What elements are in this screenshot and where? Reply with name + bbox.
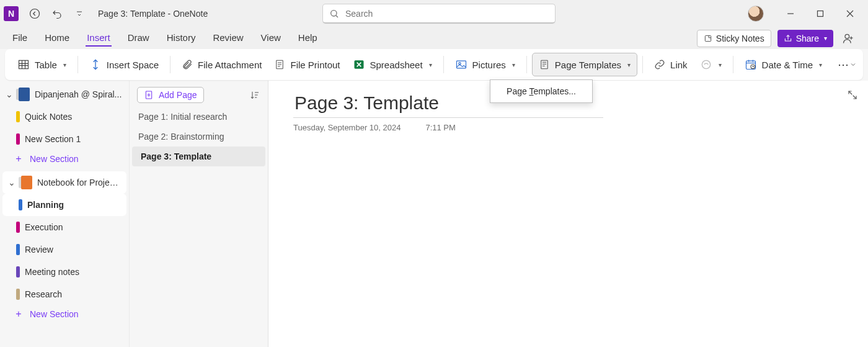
section-label: Research <box>25 289 62 299</box>
window-title: Page 3: Template - OneNote <box>98 9 208 19</box>
svg-rect-5 <box>19 60 29 68</box>
section-color-icon <box>16 289 20 300</box>
page-time: 7:11 PM <box>425 123 455 132</box>
page-item-selected[interactable]: Page 3: Template <box>132 146 265 166</box>
tab-help[interactable]: Help <box>297 30 319 47</box>
minimize-button[interactable] <box>776 4 805 24</box>
notebook-item[interactable]: ⌄ Dipanjenah @ Spiral... <box>0 83 129 106</box>
chevron-down-icon: ▾ <box>719 61 722 68</box>
app-icon: N <box>4 6 19 21</box>
ribbon-insert: Table ▾ Insert Space File Attachment Fil… <box>5 49 863 80</box>
search-box[interactable] <box>322 4 556 24</box>
link-label: Link <box>670 60 688 70</box>
tab-history[interactable]: History <box>166 30 197 47</box>
add-page-label: Add Page <box>159 90 197 100</box>
tab-file[interactable]: File <box>11 30 29 47</box>
template-icon <box>539 59 550 70</box>
table-icon <box>17 58 30 71</box>
sort-pages-button[interactable] <box>248 88 262 102</box>
menu-tabs: File Home Insert Draw History Review Vie… <box>0 27 868 49</box>
section-item[interactable]: New Section 1 <box>0 128 129 150</box>
sort-icon <box>250 90 260 100</box>
file-attachment-button[interactable]: File Attachment <box>175 53 268 76</box>
tab-insert[interactable]: Insert <box>86 30 112 47</box>
fullscreen-button[interactable] <box>847 89 858 101</box>
page-templates-button[interactable]: Page Templates ▾ <box>532 53 637 76</box>
chevron-down-icon: ▾ <box>824 35 827 42</box>
file-printout-button[interactable]: File Printout <box>268 53 346 76</box>
notebook-label: Dipanjenah @ Spiral... <box>35 89 124 99</box>
add-page-button[interactable]: Add Page <box>137 87 204 103</box>
svg-rect-3 <box>705 35 711 41</box>
date-time-label: Date & Time <box>762 60 813 70</box>
undo-button[interactable] <box>47 4 67 24</box>
printout-icon <box>274 59 285 70</box>
page-item[interactable]: Page 2: Brainstorming <box>130 127 268 146</box>
notebook-icon <box>19 88 30 101</box>
page-templates-dropdown: Page Templates... <box>490 79 593 103</box>
pictures-button[interactable]: Pictures ▾ <box>449 53 521 76</box>
pages-panel: Add Page Page 1: Initial research Page 2… <box>129 81 268 347</box>
table-button[interactable]: Table ▾ <box>11 53 73 76</box>
page-item[interactable]: Page 1: Initial research <box>130 107 268 127</box>
researcher-button[interactable]: ▾ <box>694 53 728 76</box>
excel-icon <box>353 58 365 71</box>
search-input[interactable] <box>344 8 549 19</box>
svg-point-4 <box>845 34 849 38</box>
ribbon-collapse-button[interactable] <box>847 58 859 71</box>
section-label: Execution <box>25 222 63 232</box>
quick-access-dropdown[interactable] <box>69 4 89 24</box>
date-time-button[interactable]: Date & Time ▾ <box>738 53 829 76</box>
notebook-item[interactable]: ⌄ Notebook for Project A <box>2 171 126 194</box>
sticky-notes-button[interactable]: Sticky Notes <box>697 30 771 47</box>
svg-point-11 <box>702 60 710 68</box>
file-attachment-label: File Attachment <box>198 60 262 70</box>
section-color-icon <box>16 266 20 277</box>
section-item[interactable]: Meeting notes <box>0 261 129 283</box>
insert-space-label: Insert Space <box>107 60 159 70</box>
avatar[interactable] <box>748 6 764 22</box>
svg-point-1 <box>331 10 337 16</box>
chevron-down-icon: ▾ <box>819 61 822 68</box>
tab-draw[interactable]: Draw <box>126 30 151 47</box>
search-icon <box>329 9 339 19</box>
section-label: New Section 1 <box>25 134 81 144</box>
new-section-label: New Section <box>30 309 79 319</box>
share-button[interactable]: Share ▾ <box>777 30 833 47</box>
page-canvas[interactable]: Tuesday, September 10, 2024 7:11 PM <box>268 81 868 347</box>
section-label: Quick Notes <box>25 112 72 122</box>
section-color-icon <box>16 133 20 145</box>
share-label: Share <box>796 34 819 43</box>
link-button[interactable]: Link <box>648 53 694 76</box>
svg-rect-8 <box>456 61 466 68</box>
section-item[interactable]: Execution <box>0 216 129 238</box>
dropdown-suffix: emplates... <box>533 86 575 96</box>
new-section-button[interactable]: + New Section <box>0 150 129 168</box>
chevron-down-icon: ⌄ <box>7 178 16 187</box>
insert-space-button[interactable]: Insert Space <box>83 53 165 76</box>
tab-home[interactable]: Home <box>43 30 71 47</box>
page-date: Tuesday, September 10, 2024 <box>293 123 401 132</box>
section-color-icon <box>19 199 22 210</box>
section-item[interactable]: Review <box>0 238 129 261</box>
section-item[interactable]: Research <box>0 283 129 305</box>
chevron-down-icon: ▾ <box>627 61 631 68</box>
new-section-button[interactable]: + New Section <box>0 305 129 323</box>
note-icon <box>704 34 712 43</box>
calendar-icon <box>745 58 757 71</box>
spreadsheet-button[interactable]: Spreadsheet ▾ <box>347 53 438 76</box>
tab-view[interactable]: View <box>260 30 282 47</box>
page-templates-menu-item[interactable]: Page Templates... <box>490 81 592 101</box>
chevron-down-icon: ▾ <box>512 61 515 68</box>
pictures-label: Pictures <box>472 60 506 70</box>
back-button[interactable] <box>25 4 45 24</box>
maximize-button[interactable] <box>806 4 835 24</box>
add-page-icon <box>144 90 154 100</box>
notebook-icon <box>21 176 32 189</box>
section-item-selected[interactable]: Planning <box>2 194 126 216</box>
tab-review[interactable]: Review <box>211 30 244 47</box>
plus-icon: + <box>14 154 24 164</box>
account-manager-icon[interactable] <box>839 30 857 47</box>
section-item[interactable]: Quick Notes <box>0 106 129 128</box>
close-button[interactable] <box>836 4 864 24</box>
